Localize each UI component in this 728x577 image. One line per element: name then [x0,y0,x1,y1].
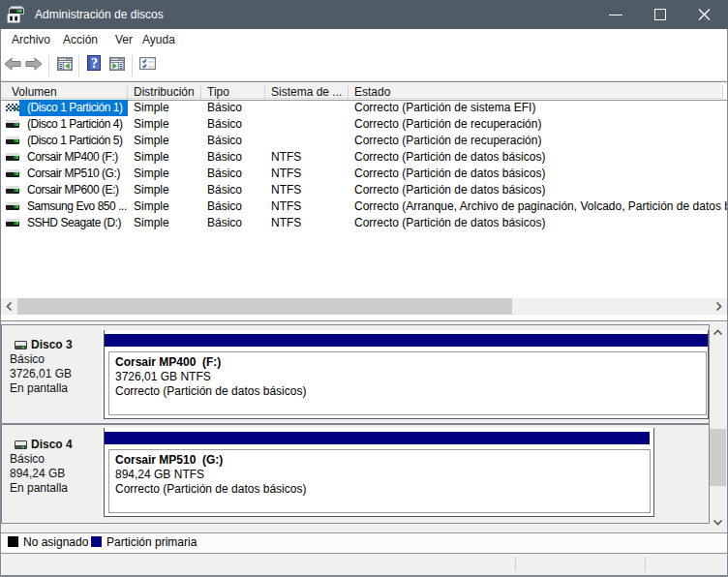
svg-text:?: ? [91,56,98,71]
